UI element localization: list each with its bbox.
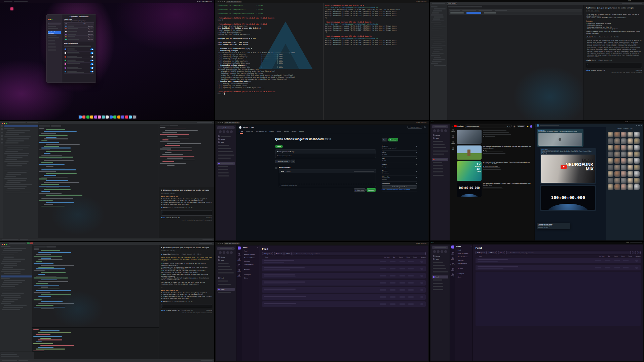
- comment-editor[interactable]: Write Preview Paste, drop, or click to a…: [279, 169, 376, 187]
- sticker[interactable]: [621, 138, 627, 144]
- sticker[interactable]: [628, 184, 633, 190]
- sticker[interactable]: [614, 132, 620, 137]
- sticker[interactable]: [628, 178, 633, 184]
- sidebar-section[interactable]: Type⚙ No type: [382, 157, 417, 163]
- sticker[interactable]: [621, 145, 627, 151]
- sticker[interactable]: [614, 178, 620, 184]
- rail-item[interactable]: Explore: [236, 258, 242, 261]
- sticker-grid[interactable]: [606, 130, 643, 191]
- login-item-row[interactable]: Application: [64, 36, 94, 38]
- comment-button[interactable]: Comment: [367, 188, 376, 192]
- column-header[interactable]: Priority: [413, 257, 417, 258]
- video-thumbnail[interactable]: 100:00:00.000: [457, 183, 482, 197]
- sticker[interactable]: [634, 152, 640, 157]
- background-toggle[interactable]: [90, 63, 93, 65]
- rail-item[interactable]: Explore: [450, 257, 455, 260]
- sidebar-section[interactable]: Assignees⚙ No one — assign yourself: [382, 144, 417, 151]
- sticker[interactable]: [621, 158, 627, 164]
- sticker[interactable]: [634, 184, 640, 190]
- avatar[interactable]: [424, 126, 426, 128]
- terminal-tab[interactable]: 1 vte · bot working kill: [226, 1, 242, 3]
- pagination-next[interactable]: ›: [637, 251, 641, 254]
- sidebar-tabs-misc[interactable]: [217, 144, 235, 162]
- filter-envs[interactable]: All Envs▾: [274, 252, 283, 255]
- issue-row-skeleton[interactable]: [262, 280, 426, 286]
- message-instagram[interactable]: Instagram 9.8K followers, 163 following,…: [537, 129, 583, 147]
- app-menu[interactable]: [4, 1, 12, 2]
- markdown-toolbar[interactable]: [354, 171, 374, 172]
- sticker[interactable]: [608, 132, 613, 137]
- filter-period[interactable]: 14d▾: [498, 251, 505, 254]
- create-sub-issue-button[interactable]: Create sub-issue▾: [275, 160, 290, 163]
- nav-buttons[interactable]: [217, 130, 235, 133]
- gear-icon[interactable]: ⚙: [416, 164, 417, 166]
- issue-rows[interactable]: [262, 259, 426, 307]
- sidebar-tab-tools[interactable]: Tools: [432, 137, 448, 140]
- rail-item[interactable]: Подписки: [450, 141, 456, 144]
- nav-item[interactable]: Breached Metrics: [243, 256, 258, 259]
- background-app-row[interactable]: [64, 55, 94, 59]
- search-input[interactable]: ⌕Search for events, users, tags, and mor…: [506, 251, 631, 254]
- sticker[interactable]: [614, 152, 620, 157]
- repo-tab[interactable]: Pull requests9: [256, 131, 267, 133]
- login-item-row[interactable]: Application: [64, 25, 94, 28]
- git-log-console[interactable]: [32, 327, 159, 359]
- rail-item[interactable]: Главная: [450, 129, 456, 132]
- search-input[interactable]: longest youtube video: [466, 126, 506, 127]
- menubar-clock[interactable]: Sun 15 Feb 14:07: [201, 1, 212, 2]
- sticker[interactable]: [621, 165, 627, 170]
- sticker[interactable]: [634, 178, 640, 184]
- chat-input[interactable]: ▯: [586, 63, 642, 68]
- editor-area[interactable]: [38, 124, 159, 238]
- filter-projects[interactable]: All Projects▾: [262, 252, 273, 255]
- sidebar-tabs-misc[interactable]: [432, 261, 448, 275]
- project-name[interactable]: [432, 3, 445, 4]
- git-branch[interactable]: [27, 122, 38, 123]
- nav-item[interactable]: Feed: [243, 249, 258, 253]
- chat-title[interactable]: [540, 125, 559, 126]
- gear-icon[interactable]: ⚙: [416, 152, 417, 153]
- settings-search[interactable]: ⌕: [48, 23, 61, 25]
- sticker[interactable]: [608, 152, 613, 157]
- tree-selected-row[interactable]: [4, 125, 39, 127]
- sticker[interactable]: [628, 132, 633, 137]
- sticker[interactable]: [608, 178, 613, 184]
- sticker[interactable]: [634, 145, 640, 151]
- sidebar-tab-feed[interactable]: Feed: [432, 275, 448, 278]
- youtube-logo[interactable]: YouTube: [454, 125, 463, 127]
- sticker[interactable]: [628, 165, 633, 170]
- sidebar-tabs-more[interactable]: [217, 279, 235, 288]
- nav-alerts[interactable]: Alerts: [456, 275, 471, 278]
- sticker[interactable]: [614, 158, 620, 164]
- search-icon[interactable]: ⌕: [509, 126, 510, 127]
- model-name[interactable]: Claude Sonnet 4.5: [166, 217, 180, 219]
- sticker[interactable]: [614, 184, 620, 190]
- issue-rows[interactable]: [476, 258, 641, 270]
- sticker[interactable]: [608, 165, 613, 170]
- background-app-row[interactable]: [64, 52, 94, 55]
- collapse-icon[interactable]: «: [257, 246, 258, 248]
- background-app-row[interactable]: [64, 70, 94, 74]
- sticker[interactable]: [634, 165, 640, 170]
- sidebar-tabs-more[interactable]: [432, 161, 448, 179]
- column-header[interactable]: Assignee: [636, 256, 641, 257]
- sidebar-tabs-more[interactable]: [217, 165, 235, 180]
- repo-tab[interactable]: Insights: [292, 131, 296, 133]
- issue-row-skeleton[interactable]: [262, 259, 426, 264]
- terminal-tab[interactable]: 1 vte · bot working kill: [224, 122, 240, 124]
- screenshot-thumbnail[interactable]: [10, 7, 13, 10]
- background-toggle[interactable]: [90, 60, 93, 61]
- dock-app-icon[interactable]: [125, 116, 128, 119]
- video-title[interactable]: 12 HOUR 4K FILM "Splendors of Nature" Pl…: [483, 161, 533, 165]
- issue-row-skeleton[interactable]: [262, 294, 426, 300]
- nav-item[interactable]: User Feedback: [243, 263, 258, 266]
- comment-input[interactable]: [279, 173, 376, 184]
- sentry-logo[interactable]: [451, 245, 454, 249]
- collapse-icon[interactable]: «: [471, 245, 471, 247]
- comment-author-line[interactable]: Satont opened 2 weeks ago: [277, 151, 294, 153]
- dock-app-icon[interactable]: [86, 116, 89, 119]
- dock-app-icon[interactable]: [106, 116, 109, 119]
- nav-buttons[interactable]: [432, 129, 448, 132]
- dock-app-icon[interactable]: [117, 116, 120, 119]
- nav-item[interactable]: Errors & Outages: [243, 253, 258, 256]
